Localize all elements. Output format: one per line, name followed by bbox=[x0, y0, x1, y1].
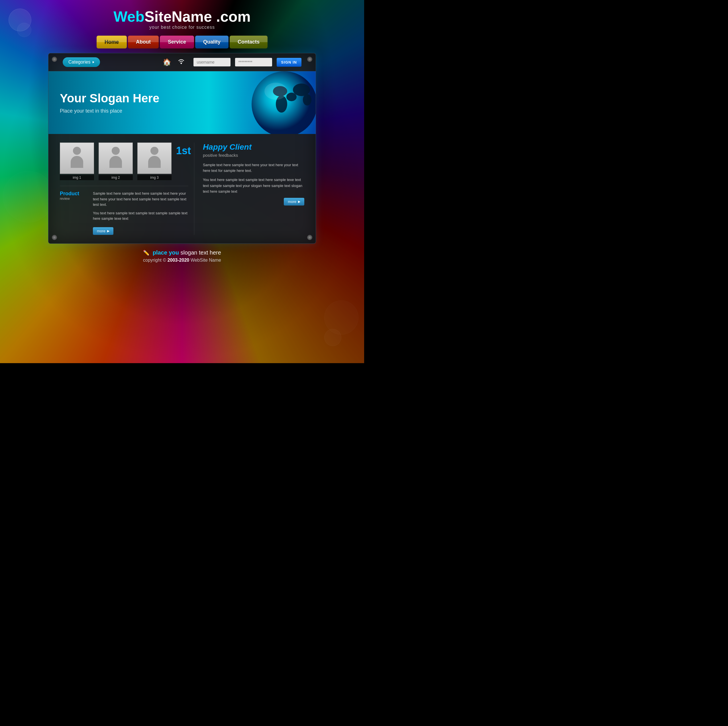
person-head-1 bbox=[73, 147, 81, 155]
title-rest: SiteName .com bbox=[144, 8, 251, 25]
page-wrapper: WebSiteName .com your best choice for su… bbox=[48, 0, 316, 266]
globe-svg bbox=[219, 71, 316, 134]
happy-more-label: more bbox=[288, 199, 296, 204]
img-placeholder-3 bbox=[137, 142, 171, 174]
content-section: img 1 img 2 bbox=[49, 134, 316, 244]
image-card-1: img 1 bbox=[60, 142, 94, 180]
img-label-3: img 3 bbox=[137, 175, 171, 180]
person-head-2 bbox=[112, 147, 120, 155]
nav-bar: Home About Service Quality Contacts bbox=[48, 36, 316, 49]
footer: ✏️ place you slogan text here copyright … bbox=[48, 244, 316, 266]
person-icon-3 bbox=[147, 147, 162, 170]
signin-button[interactable]: SIGN IN bbox=[277, 58, 301, 67]
pencil-icon: ✏️ bbox=[143, 250, 149, 256]
site-title: WebSiteName .com bbox=[48, 9, 316, 25]
title-web: Web bbox=[113, 8, 144, 25]
categories-label: Categories bbox=[68, 60, 90, 65]
product-text-2: You text here sample text sample test sa… bbox=[93, 210, 188, 222]
top-bar: Categories 🏠 SIGN IN bbox=[49, 53, 316, 71]
main-panel: Categories 🏠 SIGN IN Your Slogan Here bbox=[48, 53, 316, 244]
nav-about[interactable]: About bbox=[128, 36, 159, 49]
nav-quality[interactable]: Quality bbox=[195, 36, 228, 49]
globe-container bbox=[219, 71, 316, 134]
nav-home[interactable]: Home bbox=[96, 36, 127, 49]
img-label-2: img 2 bbox=[99, 175, 133, 180]
person-body-3 bbox=[148, 156, 161, 168]
hero-heading: Your Slogan Here bbox=[60, 92, 159, 105]
happy-client-title: Happy Client bbox=[203, 142, 304, 152]
happy-client-text: Sample text here sample text here your t… bbox=[203, 162, 304, 195]
happy-more-button[interactable]: more ▶ bbox=[284, 198, 304, 205]
screw-bottom-right bbox=[307, 235, 312, 240]
svg-point-7 bbox=[303, 94, 311, 106]
hero-banner: Your Slogan Here Place your text in this… bbox=[49, 71, 316, 134]
product-text: Sample text here sample text here sample… bbox=[93, 191, 188, 235]
footer-highlight: place you bbox=[153, 250, 179, 256]
screw-bottom-left bbox=[52, 235, 57, 240]
img-placeholder-1 bbox=[60, 142, 94, 174]
product-title: Product bbox=[60, 191, 88, 197]
hero-subtext: Place your text in this place bbox=[60, 108, 159, 114]
wifi-icon bbox=[177, 58, 185, 66]
footer-brand: WebSite Name bbox=[189, 258, 221, 262]
site-tagline: your best choice for success bbox=[48, 25, 316, 30]
left-column: img 1 img 2 bbox=[60, 142, 194, 235]
image-card-3: img 3 bbox=[137, 142, 171, 180]
username-input[interactable] bbox=[193, 58, 231, 66]
happy-more-arrow-icon: ▶ bbox=[298, 200, 300, 204]
deco-circle-5 bbox=[324, 329, 341, 346]
product-more-button[interactable]: more ▶ bbox=[93, 227, 113, 235]
footer-copy-text: copyright © bbox=[143, 258, 168, 262]
nav-service[interactable]: Service bbox=[160, 36, 194, 49]
footer-years: 2003-2020 bbox=[168, 258, 190, 262]
person-icon-1 bbox=[70, 147, 84, 170]
product-subtitle: review bbox=[60, 197, 88, 201]
footer-copyright: copyright © 2003-2020 WebSite Name bbox=[48, 258, 316, 263]
password-input[interactable] bbox=[235, 58, 272, 66]
img-placeholder-2 bbox=[99, 142, 133, 174]
footer-slogan-rest: slogan text here bbox=[179, 250, 221, 256]
product-text-1: Sample text here sample text here sample… bbox=[93, 191, 188, 208]
image-card-2: img 2 bbox=[99, 142, 133, 180]
person-body-2 bbox=[109, 156, 122, 168]
site-header: WebSiteName .com your best choice for su… bbox=[48, 9, 316, 30]
img-label-1: img 1 bbox=[60, 175, 94, 180]
categories-button[interactable]: Categories bbox=[63, 57, 100, 67]
rank-badge: 1st bbox=[176, 145, 191, 157]
hero-text: Your Slogan Here Place your text in this… bbox=[60, 92, 159, 114]
product-section: Product review Sample text here sample t… bbox=[60, 186, 188, 235]
person-body-1 bbox=[71, 156, 83, 168]
deco-circle-2 bbox=[17, 23, 31, 37]
person-icon-2 bbox=[109, 147, 123, 170]
product-more-label: more bbox=[97, 229, 106, 233]
categories-arrow-icon bbox=[93, 61, 94, 63]
home-icon[interactable]: 🏠 bbox=[163, 58, 171, 66]
svg-point-8 bbox=[265, 83, 287, 100]
product-more-arrow-icon: ▶ bbox=[107, 229, 109, 233]
footer-slogan: ✏️ place you slogan text here bbox=[48, 250, 316, 256]
product-label: Product review bbox=[60, 191, 88, 235]
happy-client-subtitle: positive feedbacks bbox=[203, 153, 304, 158]
svg-point-0 bbox=[180, 63, 182, 64]
nav-contacts[interactable]: Contacts bbox=[229, 36, 268, 49]
happy-text-1: Sample text here sample text here your t… bbox=[203, 162, 304, 174]
person-head-3 bbox=[150, 147, 158, 155]
images-row: img 1 img 2 bbox=[60, 142, 188, 180]
deco-circle-3 bbox=[3, 171, 54, 222]
happy-text-2: You text here sample text sample text he… bbox=[203, 177, 304, 194]
right-column: Happy Client positive feedbacks Sample t… bbox=[194, 142, 304, 235]
